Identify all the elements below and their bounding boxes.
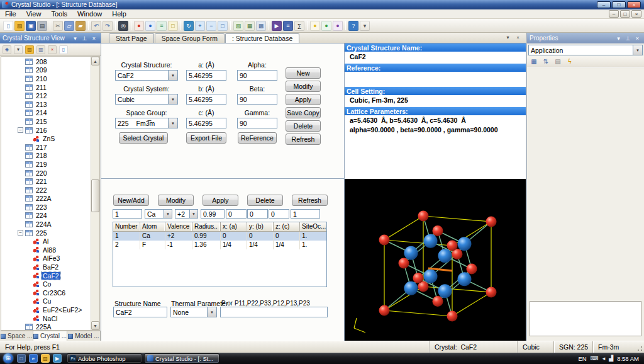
tree-item-216[interactable]: −216 [1,126,91,135]
dropdown-arrow-icon[interactable]: ▼ [164,210,172,218]
tree-item-211[interactable]: 211 [1,83,91,92]
mdi-restore-button[interactable]: □ [620,10,630,18]
scrollbar-thumb[interactable] [91,179,99,212]
taskbar-button-crystal-studio-st[interactable]: Crystal Studio - [: St... [145,354,219,363]
dropdown-arrow-icon[interactable]: ▼ [207,307,216,317]
tree-item-224[interactable]: 224 [1,212,91,220]
scroll-up-icon[interactable]: ▲ [91,57,99,65]
column-header-radius[interactable]: Radius.. [192,222,221,231]
sphere-green-icon[interactable]: ● [321,21,331,31]
property-pages-icon[interactable]: ▤ [553,57,562,66]
anisotropic-parameter-input[interactable] [220,307,328,317]
column-header-z-c[interactable]: z: (c) [274,222,300,231]
import-structure-icon[interactable]: ▥ [36,45,45,54]
column-header-siteoc[interactable]: SiteOc... [300,222,327,231]
fit-view-icon[interactable]: □ [218,21,228,31]
tree-item-213[interactable]: 213 [1,100,91,109]
tab-start-page[interactable]: Start Page [109,33,154,43]
panel-tab-model[interactable]: Model ... [67,331,101,341]
reference-button[interactable]: ReFerence [238,132,277,144]
restore-button[interactable]: □ [612,1,626,8]
dropdown-arrow-icon[interactable]: ▼ [189,210,197,218]
horizontal-splitter[interactable] [101,178,345,179]
tree-item-224a[interactable]: 224A [1,220,91,229]
lightning-icon[interactable]: ϟ [565,57,574,66]
tree-item-cu[interactable]: Cu [1,297,91,306]
redo-icon[interactable]: ↷ [103,21,113,31]
atoms-refresh-button[interactable]: Refresh [292,195,328,206]
thermal-parameter-combo[interactable]: None ▼ [170,307,217,317]
tree-item-212[interactable]: 212 [1,91,91,100]
resize-grip-icon[interactable] [635,341,644,353]
tree-item-222a[interactable]: 222A [1,195,91,203]
unit-cell-icon[interactable]: □ [168,21,178,31]
tree-item-225a[interactable]: 225A [1,322,91,331]
keyboard-icon[interactable]: ⌨ [591,355,599,361]
z-coordinate-input[interactable] [269,209,289,219]
column-header-y-b[interactable]: y: (b) [247,222,274,231]
select-crystal-button[interactable]: Select Crystal [119,132,168,144]
tree-item-zns[interactable]: ZnS [1,134,91,143]
crystal-3d-canvas[interactable] [345,179,525,340]
b-input[interactable] [186,94,226,105]
network-icon[interactable]: ▟ [609,355,613,361]
menu-help[interactable]: Help [107,9,131,18]
media-player-icon[interactable]: ▶ [53,354,62,363]
pin-icon[interactable]: ⊥ [624,35,632,42]
calculator-icon[interactable]: ≡ [283,21,293,31]
delete-structure-icon[interactable]: × [48,45,57,54]
c-input[interactable] [186,118,226,128]
close-panel-icon[interactable]: × [90,35,98,42]
chevron-down-icon[interactable]: ▾ [614,35,623,42]
animation-icon[interactable]: ▶ [272,21,282,31]
print-icon[interactable]: ▤ [37,21,47,31]
tree-scrollbar[interactable]: ▲ ▼ [91,57,99,330]
clock[interactable]: 8:58 AM [617,355,639,362]
rotate-view-icon[interactable]: ↻ [184,21,194,31]
chevron-down-icon[interactable]: ▾ [71,35,79,42]
tree-item-nacl[interactable]: NaCl [1,314,91,323]
close-button[interactable]: × [627,1,641,8]
table-row-1[interactable]: 1Ca+20.990001. [113,232,326,241]
crystal-system-combo[interactable]: Cubic ▼ [115,94,178,105]
tree-item-217[interactable]: 217 [1,143,91,152]
tab-list-dropdown-icon[interactable]: ▾ [504,33,512,42]
bonds-icon[interactable]: ≡ [157,21,167,31]
menu-window[interactable]: Window [72,9,107,18]
refresh-button[interactable]: Refresh [286,134,321,145]
tree-item-cr23c6[interactable]: Cr23C6 [1,288,91,297]
tree-item-222[interactable]: 222 [1,186,91,195]
tree-item-215[interactable]: 215 [1,117,91,126]
column-header-atom[interactable]: Atom [140,222,165,231]
tab-space-group-form[interactable]: Space Group Form [155,33,225,43]
mdi-close-button[interactable]: × [631,10,641,18]
close-tab-icon[interactable]: × [514,33,522,42]
categorized-icon[interactable]: ▦ [530,57,538,66]
column-header-valence[interactable]: Valence [165,222,192,231]
tree-item-223[interactable]: 223 [1,203,91,212]
tree-item-210[interactable]: 210 [1,74,91,83]
menu-file[interactable]: File [0,9,21,18]
internet-explorer-icon[interactable]: e [29,354,38,363]
tree-item-euf2-euf2[interactable]: EuF2<EuF2> [1,305,91,314]
grid-icon[interactable]: ▩ [256,21,266,31]
taskbar-button-adobe-photoshop[interactable]: PsAdobe Photoshop [67,354,142,363]
tree-item-221[interactable]: 221 [1,177,91,186]
dropdown-arrow-icon[interactable]: ▼ [168,71,177,80]
copy-icon[interactable]: ▱ [64,21,74,31]
dropdown-arrow-icon[interactable]: ▼ [168,94,177,104]
sphere-purple-icon[interactable]: ● [333,21,343,31]
modify-button[interactable]: Modify [286,81,321,92]
formula-sum-icon[interactable]: ∑ [294,21,304,31]
sort-alphabetical-icon[interactable]: ⇅ [541,57,550,66]
mdi-minimize-button[interactable]: – [609,10,619,18]
dropdown-arrow-icon[interactable]: ▼ [633,45,642,55]
tree-item-218[interactable]: 218 [1,152,91,161]
atoms-delete-button[interactable]: Delete [247,195,283,206]
sphere-yellow-icon[interactable]: ● [310,21,320,31]
atoms-table[interactable]: NumberAtomValenceRadius..x: (a)y: (b)z: … [113,222,327,287]
hidden-icons-chevron-icon[interactable]: ◂ [602,355,606,361]
table-row-2[interactable]: 2F-11.361/41/41/41. [113,241,326,249]
atom-symbol-combo[interactable]: Ca ▼ [145,209,172,219]
undo-icon[interactable]: ↶ [91,21,101,31]
